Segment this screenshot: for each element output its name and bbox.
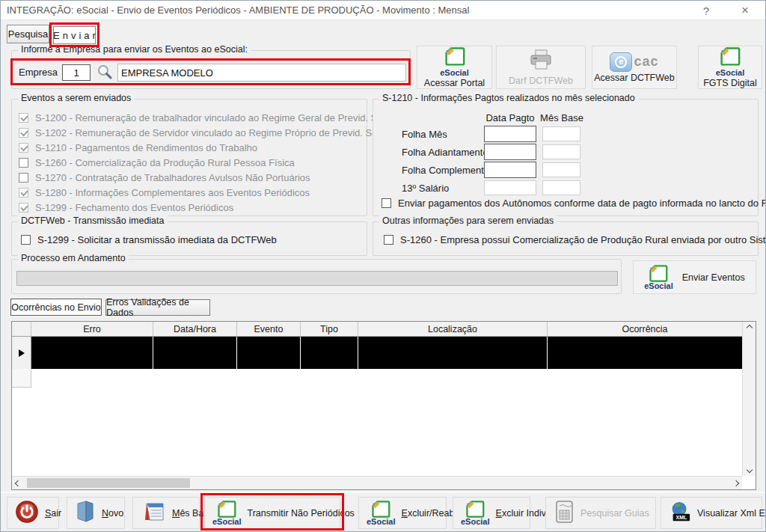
pesquisar-guias-button: Pesquisar Guias — [545, 497, 656, 529]
esocial-logo-text: eSocial — [716, 69, 745, 77]
darf-dctfweb-label: Darf DCTFWeb — [509, 76, 573, 86]
dctfweb-group: DCTFWeb - Transmissão imediata S-1299 - … — [11, 221, 367, 256]
folha-adiantamento-mes-base-input — [542, 144, 580, 159]
enviar-eventos-button[interactable]: eSocial Enviar Eventos — [633, 260, 756, 294]
table-header: Erro Data/Hora Evento Tipo Localização O… — [12, 322, 742, 337]
column-header-tipo[interactable]: Tipo — [301, 322, 358, 336]
processo-group-title: Processo em Andamento — [18, 253, 129, 263]
folha-complementar-label: Folha Complementar — [402, 165, 492, 176]
esocial-icon: eSocial — [212, 500, 242, 526]
sair-label: Sair — [45, 508, 61, 519]
event-row: S-1200 - Remuneração de trabalhador vinc… — [19, 110, 397, 125]
transmitir-nao-periodicos-button[interactable]: eSocial Transmitir Não Periódicos — [204, 497, 340, 529]
mes-base-button[interactable]: Mês Base — [132, 497, 200, 529]
progress-bar — [16, 271, 618, 286]
column-header-localizacao[interactable]: Localização — [358, 322, 548, 336]
event-row: S-1270 - Contratação de Trabalhadores Av… — [19, 170, 397, 185]
event-label: S-1280 - Informações Complementares aos … — [35, 187, 310, 198]
tab-erros-validacoes[interactable]: Erros Validações de Dados — [105, 299, 210, 316]
folha-adiantamento-data-pagto-input[interactable] — [484, 144, 536, 160]
event-label: S-1210 - Pagamentos de Rendimentos do Tr… — [35, 142, 257, 153]
s1210-group-title: S-1210 - Informações Pagtos realizados n… — [379, 93, 638, 103]
event-row: S-1202 - Remuneração de Servidor vincula… — [19, 125, 397, 140]
dctfweb-checkbox-row: S-1299 - Solicitar a transmissão imediat… — [21, 234, 277, 245]
folha-mes-mes-base-input — [542, 126, 580, 141]
event-row: S-1260 - Comercialização da Produção Rur… — [19, 155, 397, 170]
guias-document-icon — [554, 500, 574, 526]
ecac-logo-icon: e cac — [610, 52, 658, 72]
s1299-imediata-label: S-1299 - Solicitar a transmissão imediat… — [37, 234, 277, 245]
excluir-reabrir-button[interactable]: eSocial Excluir/Reabrir — [358, 497, 447, 529]
autonomos-checkbox-row: Enviar pagamentos dos Autônomos conforme… — [382, 198, 766, 209]
folha-complementar-data-pagto-input[interactable] — [484, 162, 536, 178]
autonomos-label: Enviar pagamentos dos Autônomos conforme… — [398, 198, 766, 209]
selected-table-row[interactable] — [12, 337, 742, 369]
darf-dctfweb-button: Darf DCTFWeb — [496, 46, 586, 89]
event-row: S-1299 - Fechamento dos Eventos Periódic… — [19, 200, 397, 215]
excluir-indiv-button[interactable]: eSocial Excluir Indiv — [453, 497, 530, 529]
decimo-terceiro-label: 13º Salário — [402, 183, 449, 194]
horizontal-scrollbar[interactable] — [12, 476, 742, 489]
power-icon — [15, 500, 39, 526]
esocial-icon: eSocial — [644, 264, 673, 290]
checkbox-s1280 — [19, 188, 28, 198]
fgts-digital-button[interactable]: eSocial FGTS Digital — [698, 46, 762, 89]
empresa-code-input[interactable] — [62, 64, 91, 81]
acessar-dctfweb-button[interactable]: e cac Acessar DCTFWeb — [592, 46, 677, 89]
checkbox-s1260[interactable] — [19, 158, 28, 168]
scroll-up-button[interactable] — [743, 322, 756, 334]
acessar-portal-button[interactable]: eSocial Acessar Portal — [417, 46, 492, 89]
visualizar-xml-erro-button[interactable]: XML Visualizar Xml Erro — [661, 497, 762, 529]
checkbox-s1270[interactable] — [19, 173, 28, 183]
folha-mes-data-pagto-input[interactable] — [484, 126, 536, 142]
event-label: S-1202 - Remuneração de Servidor vincula… — [35, 127, 392, 138]
empty-selector-cell — [12, 369, 31, 388]
tab-enviar[interactable]: Enviar — [53, 26, 96, 44]
pesquisar-guias-label: Pesquisar Guias — [580, 508, 649, 519]
checkbox-s1210 — [19, 143, 28, 153]
help-button[interactable]: ? — [690, 1, 722, 20]
outras-checkbox-row: S-1260 - Empresa possui Comercialização … — [384, 234, 766, 245]
scroll-left-button[interactable] — [12, 477, 24, 489]
column-header-data-hora[interactable]: Data/Hora — [153, 322, 237, 336]
cell-localizacao — [358, 337, 548, 369]
event-row: S-1280 - Informações Complementares aos … — [19, 185, 397, 200]
footer-separator — [1, 492, 765, 493]
autonomos-checkbox[interactable] — [382, 198, 391, 208]
column-header-ocorrencia[interactable]: Ocorrência — [548, 322, 742, 336]
column-header-erro[interactable]: Erro — [31, 322, 153, 336]
cell-tipo — [301, 337, 358, 369]
tab-ocorrencias-envio[interactable]: Ocorrências no Envio — [10, 299, 102, 316]
visualizar-xml-erro-label: Visualizar Xml Erro — [697, 508, 766, 519]
decimo-terceiro-data-pagto-input — [484, 180, 536, 195]
column-header-evento[interactable]: Evento — [237, 322, 301, 336]
event-label: S-1200 - Remuneração de trabalhador vinc… — [35, 112, 397, 123]
close-button[interactable]: × — [729, 1, 761, 20]
outras-group: Outras informações para serem enviadas S… — [373, 221, 759, 256]
row-pointer-icon — [19, 349, 25, 357]
esocial-logo-text: eSocial — [440, 69, 469, 77]
sair-button[interactable]: Sair — [7, 497, 59, 529]
s1260-outro-sistema-checkbox[interactable] — [384, 235, 393, 245]
empresa-group-title: Informe a Empresa para enviar os Eventos… — [18, 44, 251, 55]
folder-icon — [75, 500, 96, 526]
novo-button[interactable]: Novo — [67, 497, 125, 529]
app-window: INTEGRAÇÃO: eSocial - Envio de Eventos P… — [0, 0, 766, 532]
event-label: S-1270 - Contratação de Trabalhadores Av… — [35, 172, 310, 183]
scroll-right-button[interactable] — [730, 477, 742, 489]
horizontal-scroll-thumb[interactable] — [27, 478, 190, 488]
cell-data-hora — [153, 337, 237, 369]
decimo-terceiro-mes-base-input — [542, 180, 580, 195]
printer-icon — [528, 49, 554, 75]
vertical-scrollbar[interactable] — [742, 322, 756, 476]
search-icon[interactable] — [96, 64, 113, 82]
processo-group: Processo em Andamento — [11, 259, 622, 294]
esocial-icon: eSocial — [367, 500, 396, 526]
checkbox-s1202 — [19, 128, 28, 138]
s1210-group: S-1210 - Informações Pagtos realizados n… — [373, 99, 759, 216]
empresa-name-input[interactable] — [117, 64, 406, 82]
transmitir-label: Transmitir Não Periódicos — [248, 508, 355, 519]
s1299-imediata-checkbox[interactable] — [21, 235, 31, 245]
scroll-down-button[interactable] — [743, 464, 756, 476]
tab-pesquisa[interactable]: Pesquisa — [7, 25, 49, 43]
